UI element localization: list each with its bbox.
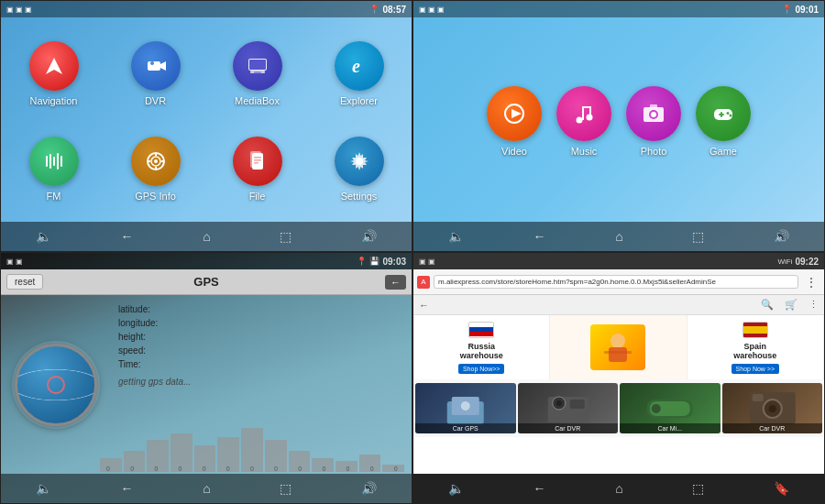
status-bar-media: ▣ ▣ ▣ 📍 09:01: [413, 1, 824, 17]
app-navigation[interactable]: Navigation: [5, 28, 103, 120]
browser-search-button[interactable]: 🔍: [761, 299, 774, 311]
svg-rect-25: [250, 151, 261, 168]
product-mirror[interactable]: Car Mi...: [620, 383, 720, 433]
gps-bar-label-4: 0: [203, 466, 206, 472]
bookmark-icon-browser[interactable]: 🔖: [774, 481, 789, 496]
gps-bar-label-0: 0: [106, 466, 110, 472]
fm-label: FM: [47, 191, 61, 202]
svg-text:e: e: [352, 56, 360, 76]
product-mirror-label: Car Mi...: [620, 423, 720, 433]
recents-browser[interactable]: ⬚: [692, 481, 704, 496]
svg-rect-59: [752, 394, 763, 401]
browser-options-button[interactable]: ⋮: [808, 299, 819, 311]
russia-text: Russiawarehouse: [460, 342, 503, 360]
gps-status-text: getting gps data...: [118, 377, 404, 387]
aliexpress-favicon: A: [417, 276, 430, 289]
app-settings[interactable]: Settings: [310, 124, 408, 215]
product-gps[interactable]: Car GPS: [415, 383, 516, 433]
nav-bar-media: 🔈 ← ⌂ ⬚ 🔊: [413, 222, 824, 251]
android-icon: ▣ ▣ ▣: [6, 5, 32, 14]
svg-point-58: [768, 405, 776, 412]
status-bar-gps: ▣ ▣ 📍 💾 09:03: [1, 253, 412, 269]
product-dvr2[interactable]: Car DVR: [722, 383, 823, 433]
browser-back-button[interactable]: ←: [419, 300, 429, 311]
browser-url-field[interactable]: m.aliexpress.com/store/storeHome.htm?spm…: [434, 275, 798, 289]
gps-bar-label-6: 0: [250, 466, 254, 472]
app-file[interactable]: File: [208, 124, 306, 215]
signal-icon-browser: ▣ ▣: [419, 257, 435, 266]
spain-text: Spainwarehouse: [733, 342, 776, 360]
browser-cart-button[interactable]: 🛒: [785, 299, 798, 311]
app-fm[interactable]: FM: [5, 124, 103, 215]
media-label: MediaBox: [235, 95, 280, 106]
explorer-icon: e: [335, 41, 384, 91]
home-browser[interactable]: ⌂: [615, 481, 622, 496]
volume-down-icon[interactable]: 🔈: [36, 229, 51, 244]
back-gps[interactable]: ←: [121, 481, 134, 496]
status-right: 📍 08:57: [369, 5, 406, 15]
svg-rect-44: [609, 347, 627, 362]
back-media[interactable]: ←: [534, 229, 546, 244]
russia-warehouse-banner[interactable]: Russiawarehouse Shop Now>>: [413, 315, 550, 379]
gps-speed: speed:: [118, 345, 404, 356]
media-grid: Video Music: [413, 21, 824, 222]
status-right-media: 📍 09:01: [782, 5, 819, 15]
home-gps[interactable]: ⌂: [203, 481, 210, 496]
app-explorer[interactable]: e Explorer: [310, 28, 408, 120]
browser-more-button[interactable]: ⋮: [802, 275, 820, 290]
back-browser[interactable]: ←: [534, 481, 546, 496]
recents-icon[interactable]: ⬚: [280, 229, 292, 244]
time-media: 09:01: [795, 5, 819, 15]
svg-point-42: [730, 115, 732, 117]
home-icon[interactable]: ⌂: [203, 229, 210, 244]
gps-bar-label-9: 0: [322, 466, 325, 472]
browser-screen: ▣ ▣ WiFi 09:22 A m.aliexpress.com/store/…: [412, 252, 825, 504]
svg-rect-1: [148, 61, 160, 71]
status-left-browser: ▣ ▣: [419, 257, 435, 266]
vol-down-gps[interactable]: 🔈: [36, 481, 51, 496]
photo-label: Photo: [641, 146, 667, 157]
svg-point-3: [150, 61, 154, 65]
vol-up-media[interactable]: 🔊: [774, 229, 789, 244]
app-photo[interactable]: Photo: [626, 86, 681, 157]
file-label: File: [249, 191, 266, 202]
app-gps-info[interactable]: GPS Info: [106, 124, 204, 215]
vol-up-gps[interactable]: 🔊: [361, 481, 377, 496]
gps-back-button[interactable]: ←: [385, 275, 406, 290]
gps-bar-label-1: 0: [130, 466, 134, 472]
product-grid: Car GPS Car DVR Car Mi...: [413, 379, 824, 437]
russia-shop-btn[interactable]: Shop Now>>: [458, 364, 504, 374]
gps-screen: ▣ ▣ 📍 💾 09:03 reset GPS ← latitude:: [0, 252, 412, 504]
hdd-icon: 💾: [369, 257, 380, 266]
spain-warehouse-banner[interactable]: Spainwarehouse Shop Now >>: [688, 315, 824, 379]
home-media[interactable]: ⌂: [615, 229, 622, 244]
product-dvr[interactable]: Car DVR: [518, 383, 619, 433]
gps-reset-button[interactable]: reset: [6, 274, 43, 290]
time-gps: 09:03: [382, 257, 406, 267]
music-icon: [556, 86, 611, 141]
app-music[interactable]: Music: [556, 86, 611, 157]
video-icon: [487, 86, 542, 141]
app-mediabox[interactable]: MediaBox: [208, 28, 306, 120]
app-video[interactable]: Video: [487, 86, 542, 157]
wifi-icon-browser: WiFi: [777, 257, 792, 266]
spain-shop-btn[interactable]: Shop Now >>: [732, 364, 779, 374]
recents-gps[interactable]: ⬚: [280, 481, 292, 496]
svg-point-51: [556, 400, 561, 406]
product-dvr2-label: Car DVR: [722, 423, 823, 433]
time-browser: 09:22: [795, 257, 819, 267]
recents-media[interactable]: ⬚: [692, 229, 704, 244]
promo-banner: Russiawarehouse Shop Now>>: [413, 315, 824, 379]
volume-up-icon[interactable]: 🔊: [361, 229, 377, 244]
app-dvr[interactable]: DVR: [106, 28, 204, 120]
back-icon[interactable]: ←: [121, 229, 134, 244]
vol-down-browser[interactable]: 🔈: [448, 481, 464, 496]
battery-icon-gps: ▣ ▣: [6, 257, 23, 266]
gps-icon: 📍: [369, 5, 380, 14]
svg-rect-5: [249, 60, 266, 70]
game-icon: [696, 86, 751, 141]
gps-time-field: Time:: [118, 359, 404, 369]
vol-down-media[interactable]: 🔈: [448, 229, 464, 244]
app-game[interactable]: Game: [696, 86, 751, 157]
svg-marker-28: [512, 109, 522, 118]
